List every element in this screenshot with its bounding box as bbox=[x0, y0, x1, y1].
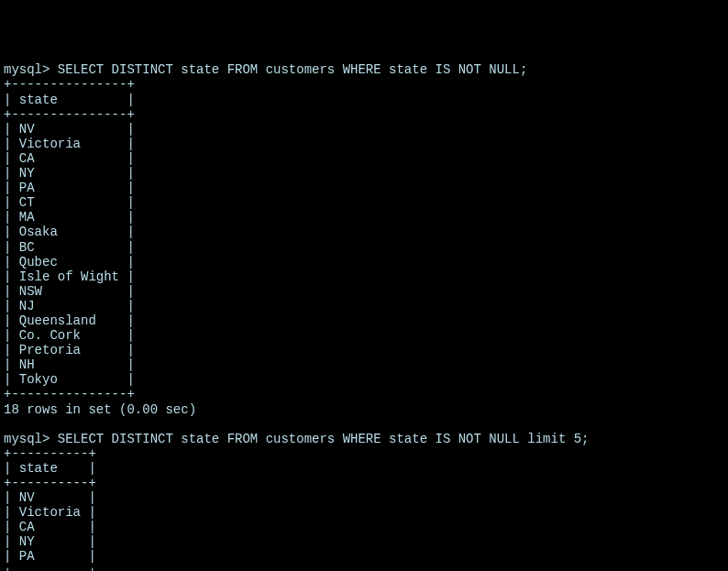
table-row: | NSW | bbox=[4, 284, 135, 299]
table-border: +----------+ bbox=[4, 476, 96, 490]
prompt: mysql> bbox=[4, 62, 58, 77]
table-border: +---------------+ bbox=[4, 77, 135, 92]
table-row: | Victoria | bbox=[4, 505, 96, 520]
table-row: | Isle of Wight | bbox=[4, 269, 135, 284]
table-row: | Co. Cork | bbox=[4, 328, 135, 343]
table-row: | MA | bbox=[4, 210, 135, 225]
table-border: +---------------+ bbox=[4, 387, 135, 401]
table-row: | NJ | bbox=[4, 299, 135, 313]
table-header: | state | bbox=[4, 93, 135, 107]
table-row: | Qubec | bbox=[4, 255, 135, 269]
table-row: | Victoria | bbox=[4, 137, 135, 151]
table-row: | CA | bbox=[4, 151, 135, 166]
table-row: | BC | bbox=[4, 240, 135, 255]
table-row: | NH | bbox=[4, 357, 135, 372]
table-row: | PA | bbox=[4, 549, 96, 564]
sql-query-2: SELECT DISTINCT state FROM customers WHE… bbox=[58, 432, 590, 446]
table-border: +----------+ bbox=[4, 446, 96, 461]
sql-query-1: SELECT DISTINCT state FROM customers WHE… bbox=[58, 62, 527, 77]
result-summary: 18 rows in set (0.00 sec) bbox=[4, 402, 196, 417]
table-row: | CT | bbox=[4, 195, 135, 210]
table-border: +---------------+ bbox=[4, 107, 135, 122]
table-row: | PA | bbox=[4, 181, 135, 195]
table-row: | Queensland | bbox=[4, 313, 135, 328]
table-row: | CA | bbox=[4, 520, 96, 534]
table-row: | Pretoria | bbox=[4, 343, 135, 357]
table-border: +----------+ bbox=[4, 565, 96, 571]
table-row: | NY | bbox=[4, 166, 135, 181]
table-row: | NV | bbox=[4, 122, 135, 137]
table-header: | state | bbox=[4, 461, 96, 476]
table-row: | Osaka | bbox=[4, 225, 135, 239]
table-row: | NY | bbox=[4, 534, 96, 549]
prompt: mysql> bbox=[4, 432, 58, 446]
table-row: | Tokyo | bbox=[4, 372, 135, 387]
table-row: | NV | bbox=[4, 490, 96, 505]
